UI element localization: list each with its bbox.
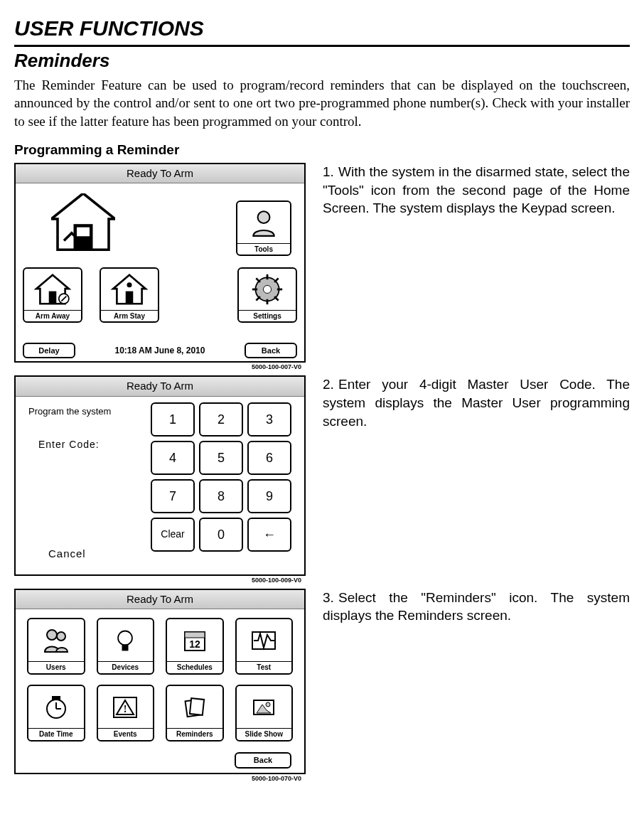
wave-icon: [237, 619, 292, 662]
house-stay-icon: [101, 269, 158, 310]
house-away-icon: [24, 269, 81, 310]
figure-1: Ready To Arm Tools Arm Away: [14, 163, 306, 363]
back-button-1[interactable]: Back: [245, 343, 297, 359]
svg-point-10: [127, 282, 132, 287]
svg-point-12: [263, 286, 271, 294]
arm-stay-label: Arm Stay: [101, 310, 158, 322]
key-6[interactable]: 6: [247, 441, 291, 475]
notes-icon: [167, 686, 222, 729]
datetime-label: Date Time: [28, 728, 84, 740]
events-button[interactable]: ! Events: [97, 685, 155, 742]
picture-icon: [237, 686, 292, 729]
key-clear[interactable]: Clear: [151, 518, 195, 552]
clock-icon: [28, 686, 84, 729]
reminders-button[interactable]: Reminders: [166, 685, 224, 742]
enter-code-label: Enter Code:: [38, 438, 100, 451]
house-icon: [51, 193, 115, 250]
step-3-body: Select the "Reminders" icon. The system …: [323, 590, 630, 623]
schedules-label: Schedules: [167, 661, 222, 673]
key-9[interactable]: 9: [247, 479, 291, 513]
back-button-3[interactable]: Back: [235, 752, 291, 769]
titlebar-1: Ready To Arm: [16, 164, 304, 183]
devices-label: Devices: [98, 661, 154, 673]
page-title: USER FUNCTIONS: [14, 14, 630, 47]
key-8[interactable]: 8: [199, 479, 243, 513]
arm-stay-button[interactable]: Arm Stay: [100, 267, 159, 323]
users-label: Users: [28, 661, 84, 673]
key-5[interactable]: 5: [199, 441, 243, 475]
step-2-number: 2.: [323, 375, 338, 394]
key-1[interactable]: 1: [151, 402, 195, 437]
svg-rect-26: [185, 632, 205, 638]
key-0[interactable]: 0: [199, 518, 243, 552]
slideshow-button[interactable]: Slide Show: [235, 685, 294, 742]
svg-line-20: [256, 296, 260, 301]
user-icon: [237, 202, 290, 243]
test-button[interactable]: Test: [235, 618, 294, 675]
figure-3: Ready To Arm Users Devices 12 Schedules …: [14, 589, 306, 774]
intro-paragraph: The Reminder Feature can be used to prog…: [14, 76, 630, 131]
step-3-text: 3.Select the "Reminders" icon. The syste…: [323, 589, 630, 625]
program-label: Program the system: [28, 405, 111, 418]
svg-point-23: [118, 631, 132, 645]
svg-rect-37: [190, 698, 204, 715]
calendar-icon: 12: [167, 619, 222, 662]
step-2-text: 2.Enter your 4-digit Master User Code. T…: [323, 375, 630, 430]
step-1-number: 1.: [323, 163, 338, 181]
test-label: Test: [237, 661, 292, 673]
figure-2-code: 5000-100-009-V0: [252, 576, 301, 584]
step-1-row: Ready To Arm Tools Arm Away: [14, 163, 630, 363]
reminders-label: Reminders: [167, 728, 222, 740]
keypad: 1 2 3 4 5 6 7 8 9 Clear 0 ←: [151, 402, 296, 552]
svg-rect-9: [126, 291, 134, 304]
svg-rect-2: [77, 228, 90, 237]
key-7[interactable]: 7: [151, 479, 195, 513]
slideshow-label: Slide Show: [237, 728, 292, 740]
step-2-body: Enter your 4-digit Master User Code. The…: [323, 377, 630, 428]
cancel-button[interactable]: Cancel: [48, 547, 86, 561]
step-1-text: 1.With the system in the disarmed state,…: [323, 163, 630, 218]
svg-line-17: [256, 279, 260, 283]
schedules-button[interactable]: 12 Schedules: [166, 618, 224, 675]
svg-point-40: [266, 702, 270, 707]
section-title: Reminders: [14, 48, 630, 73]
step-3-number: 3.: [323, 589, 338, 607]
key-4[interactable]: 4: [151, 441, 195, 475]
svg-point-3: [258, 211, 270, 223]
key-3[interactable]: 3: [247, 402, 291, 437]
tools-button[interactable]: Tools: [236, 200, 291, 256]
figure-2: Ready To Arm Program the system Enter Co…: [14, 375, 306, 575]
titlebar-2: Ready To Arm: [16, 377, 304, 396]
devices-button[interactable]: Devices: [97, 618, 155, 675]
step-3-row: Ready To Arm Users Devices 12 Schedules …: [14, 589, 630, 774]
tools-label: Tools: [237, 243, 290, 255]
arm-away-button[interactable]: Arm Away: [23, 267, 82, 323]
titlebar-3: Ready To Arm: [16, 590, 304, 609]
warning-icon: !: [98, 686, 154, 729]
step-2-row: Ready To Arm Program the system Enter Co…: [14, 375, 630, 575]
svg-rect-32: [52, 696, 60, 700]
settings-button[interactable]: Settings: [237, 267, 297, 323]
svg-line-18: [274, 296, 279, 301]
svg-line-19: [274, 279, 279, 283]
figure-3-code: 5000-100-070-V0: [252, 774, 301, 783]
users-icon: [28, 619, 84, 662]
bulb-icon: [98, 619, 154, 662]
svg-text:12: 12: [189, 638, 200, 650]
key-2[interactable]: 2: [199, 402, 243, 437]
gear-icon: [239, 269, 296, 310]
svg-point-21: [47, 630, 57, 640]
svg-rect-24: [122, 644, 129, 651]
svg-point-22: [57, 632, 65, 641]
subheading: Programming a Reminder: [14, 141, 630, 159]
svg-text:!: !: [124, 704, 127, 714]
delay-button[interactable]: Delay: [23, 343, 75, 359]
settings-label: Settings: [239, 310, 296, 322]
datetime-button[interactable]: Date Time: [27, 685, 85, 742]
figure-1-code: 5000-100-007-V0: [252, 363, 301, 371]
users-button[interactable]: Users: [27, 618, 85, 675]
svg-rect-5: [49, 291, 57, 304]
step-1-body: With the system in the disarmed state, s…: [323, 164, 630, 215]
events-label: Events: [98, 728, 154, 740]
key-backspace[interactable]: ←: [247, 518, 291, 552]
